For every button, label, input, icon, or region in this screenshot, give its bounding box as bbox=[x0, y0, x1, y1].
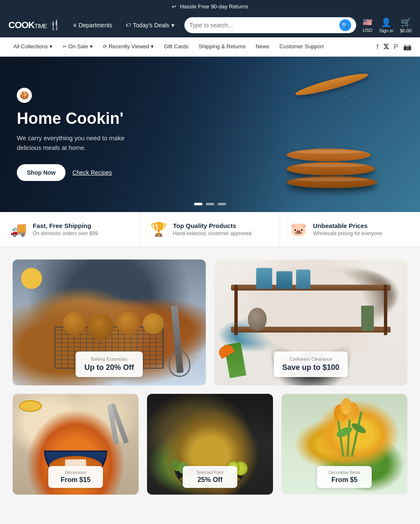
chevron-down-icon: ▾ bbox=[50, 43, 52, 50]
dinnerware-category: Dinnerware bbox=[55, 470, 96, 475]
sale-icon: ✂ bbox=[63, 44, 67, 50]
nav-shipping[interactable]: Shipping & Returns bbox=[194, 37, 251, 56]
feature-desc: Hand-selected, customer approved bbox=[173, 231, 252, 236]
deals-button[interactable]: 🏷 Today's Deals ▾ bbox=[122, 20, 178, 30]
shop-now-button[interactable]: Shop Now bbox=[17, 164, 66, 181]
search-button[interactable]: 🔍 bbox=[339, 19, 351, 31]
promo-card-decorative[interactable]: Decorative Items From $5 bbox=[281, 394, 407, 495]
feature-title: Fast, Free Shipping bbox=[33, 222, 98, 229]
announcement-bar: ↩ Hassle Free 90-day Returns bbox=[0, 0, 420, 13]
clock-icon: ⟳ bbox=[103, 44, 107, 50]
secondary-nav: All Collections ▾ ✂ On Sale ▾ ⟳ Recently… bbox=[0, 37, 420, 57]
cookware-promo-label: Cookware Clearance Save up to $100 bbox=[274, 351, 348, 377]
nav-news[interactable]: News bbox=[251, 37, 275, 56]
instagram-icon[interactable]: 📷 bbox=[403, 43, 412, 51]
piggy-bank-icon: 🐷 bbox=[290, 221, 307, 237]
hero-content: 🍪 Home Cookin' We carry everything you n… bbox=[0, 71, 160, 198]
cookware-offer: Save up to $100 bbox=[282, 363, 339, 372]
trophy-icon: 🏆 bbox=[150, 221, 167, 237]
search-input[interactable] bbox=[189, 22, 339, 29]
promo-grid-top: Baking Essentials Up to 20% Off bbox=[13, 259, 407, 385]
promo-card-baking[interactable]: Baking Essentials Up to 20% Off bbox=[13, 259, 206, 385]
hero-title: Home Cookin' bbox=[17, 110, 143, 128]
social-icons: f 𝕏 P 📷 bbox=[376, 43, 412, 51]
return-icon: ↩ bbox=[172, 3, 176, 10]
hero-dot-2[interactable] bbox=[206, 203, 214, 205]
hero-dot-1[interactable] bbox=[194, 203, 202, 205]
cookie-icon: 🍪 bbox=[20, 91, 29, 100]
dinnerware-offer: From $15 bbox=[55, 476, 96, 484]
hero-banner: 🍪 Home Cookin' We carry everything you n… bbox=[0, 57, 420, 212]
flag-icon: 🇺🇸 bbox=[363, 18, 372, 27]
logo-text: COOKTIME bbox=[8, 20, 47, 31]
chevron-down-icon: ▾ bbox=[151, 43, 154, 50]
hero-badge: 🍪 bbox=[17, 88, 32, 103]
announcement-text: Hassle Free 90-day Returns bbox=[180, 3, 248, 10]
promo-section: Baking Essentials Up to 20% Off bbox=[0, 247, 420, 507]
twitter-icon[interactable]: 𝕏 bbox=[383, 43, 388, 51]
feature-quality: 🏆 Top Quality Products Hand-selected, cu… bbox=[140, 212, 281, 246]
cart-button[interactable]: 🛒 $0.00 bbox=[400, 17, 412, 33]
pinterest-icon[interactable]: P bbox=[394, 43, 398, 51]
baking-promo-label: Baking Essentials Up to 20% Off bbox=[76, 351, 143, 377]
nav-on-sale[interactable]: ✂ On Sale ▾ bbox=[58, 37, 98, 56]
user-icon: 👤 bbox=[381, 17, 391, 27]
facebook-icon[interactable]: f bbox=[376, 43, 378, 51]
chevron-down-icon: ▾ bbox=[90, 43, 93, 50]
promo-card-pans[interactable]: Selected Pans 25% Off bbox=[147, 394, 273, 495]
menu-icon: ≡ bbox=[73, 22, 76, 29]
feature-title: Unbeatable Prices bbox=[313, 222, 382, 229]
features-strip: 🚚 Fast, Free Shipping On domestic orders… bbox=[0, 212, 420, 247]
search-container: 🔍 bbox=[184, 17, 356, 33]
currency-label: USD bbox=[363, 28, 373, 33]
feature-desc: On domestic orders over $99 bbox=[33, 231, 98, 236]
chevron-down-icon: ▾ bbox=[171, 22, 174, 29]
logo-icon: 🍴 bbox=[49, 20, 60, 31]
departments-button[interactable]: ≡ Departments bbox=[70, 20, 116, 30]
pans-label: Selected Pans 25% Off bbox=[183, 466, 237, 488]
check-recipes-button[interactable]: Check Recipes bbox=[72, 169, 112, 176]
nav-gift-cards[interactable]: Gift Cards bbox=[159, 37, 194, 56]
feature-desc: Wholesale pricing for everyone bbox=[313, 231, 382, 236]
promo-card-dinnerware[interactable]: Dinnerware From $15 bbox=[13, 394, 139, 495]
nav-customer-support[interactable]: Customer Support bbox=[274, 37, 329, 56]
hero-dot-3[interactable] bbox=[218, 203, 226, 205]
promo-card-cookware[interactable]: Cookware Clearance Save up to $100 bbox=[214, 259, 407, 385]
feature-shipping: 🚚 Fast, Free Shipping On domestic orders… bbox=[0, 212, 140, 246]
cart-icon: 🛒 bbox=[401, 17, 411, 27]
decorative-offer: From $5 bbox=[324, 476, 365, 484]
decorative-category: Decorative Items bbox=[324, 470, 365, 475]
sign-in-button[interactable]: 👤 Sign in bbox=[379, 17, 394, 33]
hero-buttons: Shop Now Check Recipes bbox=[17, 164, 143, 181]
shipping-icon: 🚚 bbox=[10, 221, 27, 237]
promo-grid-bottom: Dinnerware From $15 Selected Pans 25% Of bbox=[13, 394, 407, 495]
decorative-label: Decorative Items From $5 bbox=[317, 466, 372, 488]
feature-title: Top Quality Products bbox=[173, 222, 252, 229]
nav-recently-viewed[interactable]: ⟳ Recently Viewed ▾ bbox=[98, 37, 159, 56]
logo[interactable]: COOKTIME 🍴 bbox=[8, 20, 63, 31]
nav-all-collections[interactable]: All Collections ▾ bbox=[8, 37, 58, 56]
feature-prices: 🐷 Unbeatable Prices Wholesale pricing fo… bbox=[280, 212, 420, 246]
pans-category: Selected Pans bbox=[189, 470, 231, 475]
hero-dots bbox=[194, 203, 226, 205]
search-icon: 🔍 bbox=[341, 22, 349, 29]
cookware-category: Cookware Clearance bbox=[282, 356, 339, 362]
header-actions: 🇺🇸 USD 👤 Sign in 🛒 $0.00 bbox=[363, 17, 412, 33]
currency-selector[interactable]: 🇺🇸 USD bbox=[363, 18, 373, 33]
baking-category: Baking Essentials bbox=[84, 356, 134, 362]
tag-icon: 🏷 bbox=[126, 22, 131, 28]
main-header: COOKTIME 🍴 ≡ Departments 🏷 Today's Deals… bbox=[0, 13, 420, 37]
pans-offer: 25% Off bbox=[189, 476, 231, 484]
baking-offer: Up to 20% Off bbox=[84, 363, 134, 372]
dinnerware-label: Dinnerware From $15 bbox=[48, 466, 103, 488]
hero-subtitle: We carry everything you need to make del… bbox=[17, 134, 143, 152]
